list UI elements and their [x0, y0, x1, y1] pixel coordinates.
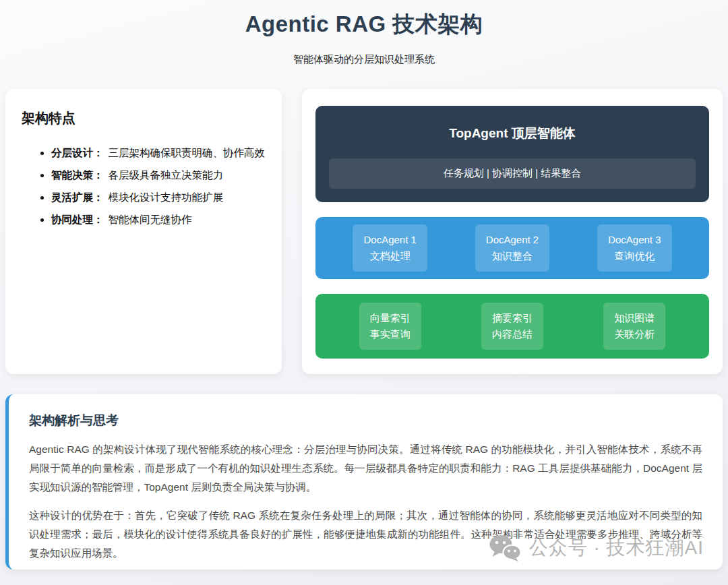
- analysis-card: 架构解析与思考 Agentic RAG 的架构设计体现了现代智能系统的核心理念：…: [5, 394, 723, 569]
- analysis-heading: 架构解析与思考: [29, 412, 702, 429]
- feature-desc: 三层架构确保职责明确、协作高效: [109, 147, 266, 158]
- doc-agent-name: DocAgent 1: [363, 232, 416, 248]
- top-agent-title: TopAgent 顶层智能体: [329, 125, 696, 142]
- feature-desc: 智能体间无缝协作: [109, 214, 192, 225]
- page: Agentic RAG 技术架构 智能体驱动的分层知识处理系统 架构特点 分层设…: [0, 0, 728, 585]
- feature-item-intelligent-decision: 智能决策：各层级具备独立决策能力: [51, 167, 266, 183]
- tool-name: 向量索引: [370, 310, 411, 326]
- features-heading: 架构特点: [22, 109, 266, 127]
- summary-index-box: 摘要索引 内容总结: [481, 303, 543, 350]
- feature-item-layered-design: 分层设计：三层架构确保职责明确、协作高效: [51, 145, 266, 161]
- doc-agent-role: 知识整合: [486, 248, 539, 264]
- feature-term: 智能决策：: [51, 169, 104, 181]
- doc-agent-1-box: DocAgent 1 文档处理: [353, 224, 427, 272]
- page-header: Agentic RAG 技术架构 智能体驱动的分层知识处理系统: [0, 0, 728, 66]
- architecture-diagram-card: TopAgent 顶层智能体 任务规划 | 协调控制 | 结果整合 DocAge…: [302, 89, 723, 374]
- tool-name: 知识图谱: [614, 310, 655, 326]
- features-card: 架构特点 分层设计：三层架构确保职责明确、协作高效 智能决策：各层级具备独立决策…: [5, 89, 282, 374]
- page-subtitle: 智能体驱动的分层知识处理系统: [0, 53, 728, 66]
- top-agent-functions: 任务规划 | 协调控制 | 结果整合: [329, 158, 696, 189]
- doc-agent-3-box: DocAgent 3 查询优化: [597, 224, 671, 272]
- watermark: 公众号 · 技术狂潮AI: [489, 534, 704, 561]
- feature-item-flexible-extension: 灵活扩展：模块化设计支持功能扩展: [51, 189, 266, 206]
- doc-agent-role: 查询优化: [608, 248, 661, 264]
- watermark-text: 公众号 · 技术狂潮AI: [529, 535, 704, 561]
- doc-agent-role: 文档处理: [363, 248, 416, 264]
- knowledge-graph-box: 知识图谱 关联分析: [603, 303, 665, 350]
- analysis-paragraph-1: Agentic RAG 的架构设计体现了现代智能系统的核心理念：分层治理与协同决…: [29, 440, 702, 497]
- feature-item-collaborative-processing: 协同处理：智能体间无缝协作: [51, 212, 266, 228]
- rag-tool-layer: 向量索引 事实查询 摘要索引 内容总结 知识图谱 关联分析: [315, 294, 709, 359]
- feature-term: 灵活扩展：: [51, 191, 104, 203]
- wechat-icon: [489, 534, 521, 561]
- page-title: Agentic RAG 技术架构: [0, 9, 728, 40]
- tool-name: 摘要索引: [492, 310, 533, 326]
- tool-role: 内容总结: [492, 326, 533, 342]
- feature-term: 协同处理：: [51, 214, 104, 225]
- tool-role: 关联分析: [614, 326, 655, 342]
- top-row: 架构特点 分层设计：三层架构确保职责明确、协作高效 智能决策：各层级具备独立决策…: [5, 89, 723, 374]
- features-list: 分层设计：三层架构确保职责明确、协作高效 智能决策：各层级具备独立决策能力 灵活…: [22, 145, 266, 228]
- tool-role: 事实查询: [370, 326, 411, 342]
- feature-term: 分层设计：: [51, 147, 104, 158]
- feature-desc: 模块化设计支持功能扩展: [109, 191, 224, 203]
- doc-agent-layer: DocAgent 1 文档处理 DocAgent 2 知识整合 DocAgent…: [315, 217, 709, 279]
- doc-agent-name: DocAgent 3: [608, 232, 661, 248]
- feature-desc: 各层级具备独立决策能力: [109, 169, 224, 181]
- top-agent-layer: TopAgent 顶层智能体 任务规划 | 协调控制 | 结果整合: [315, 106, 709, 202]
- doc-agent-2-box: DocAgent 2 知识整合: [475, 224, 549, 272]
- vector-index-box: 向量索引 事实查询: [359, 303, 421, 350]
- doc-agent-name: DocAgent 2: [486, 232, 539, 248]
